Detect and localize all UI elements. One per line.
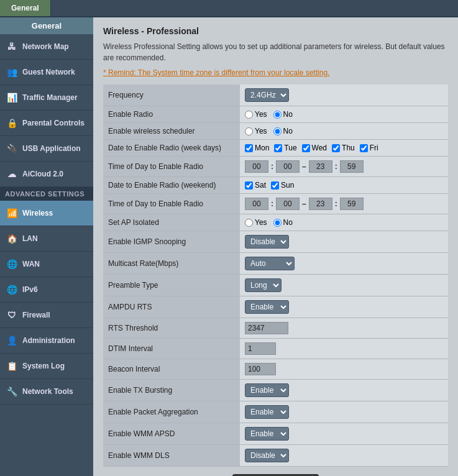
time-weekday-from-h[interactable] — [245, 160, 268, 173]
scheduler-no[interactable] — [273, 127, 282, 135]
sidebar-item-system-log[interactable]: 📋 System Log — [0, 354, 93, 379]
radio-yes-label[interactable]: Yes — [245, 110, 267, 119]
preamble-type-select[interactable]: Long Short — [245, 278, 282, 292]
setting-value: Yes No — [240, 214, 448, 231]
setting-label: RTS Threshold — [103, 318, 240, 339]
sidebar-item-network-map[interactable]: 🖧 Network Map — [0, 34, 93, 60]
sidebar-item-ipv6[interactable]: 🌐 IPv6 — [0, 277, 93, 303]
setting-label: Multicast Rate(Mbps) — [103, 253, 240, 275]
table-row: Date to Enable Radio (week days) Mon Tue… — [103, 140, 448, 157]
table-row: AMPDU RTS Enable Disable — [103, 296, 448, 318]
packet-aggregation-select[interactable]: Enable Disable — [245, 405, 289, 419]
sidebar-item-firewall[interactable]: 🛡 Firewall — [0, 303, 93, 328]
sidebar-item-aicloud[interactable]: ☁ AiCloud 2.0 — [0, 162, 93, 187]
time-weekend-to-m[interactable] — [340, 198, 364, 210]
igmp-snooping-select[interactable]: Disable Enable — [245, 235, 289, 249]
table-row: Enable IGMP Snooping Disable Enable — [103, 231, 448, 253]
weekday-checkbox-group: Mon Tue Wed Thu Fri — [245, 144, 443, 152]
table-row: Enable Radio Yes No — [103, 106, 448, 123]
ampdu-rts-select[interactable]: Enable Disable — [245, 300, 289, 314]
ipv6-icon: 🌐 — [5, 283, 19, 296]
page-description: Wireless Professional Setting allows you… — [103, 41, 448, 63]
main-layout: General 🖧 Network Map 👥 Guest Network 📊 … — [0, 17, 458, 476]
checkbox-sun-label[interactable]: Sun — [271, 181, 294, 190]
sidebar-item-wan[interactable]: 🌐 WAN — [0, 252, 93, 277]
checkbox-sun[interactable] — [271, 181, 279, 190]
dtim-interval-input[interactable] — [245, 342, 276, 355]
sidebar-item-traffic-manager[interactable]: 📊 Traffic Manager — [0, 85, 93, 111]
checkbox-fri-label[interactable]: Fri — [360, 144, 378, 152]
sidebar-item-label: USB Application — [22, 144, 81, 153]
ap-isolated-group: Yes No — [245, 218, 443, 227]
settings-table: Frequency 2.4GHz 5GHz Enable Radio — [103, 85, 448, 467]
beacon-interval-input[interactable] — [245, 363, 276, 375]
frequency-select[interactable]: 2.4GHz 5GHz — [245, 88, 289, 102]
wireless-icon: 📶 — [5, 206, 19, 220]
checkbox-tue[interactable] — [274, 144, 282, 152]
checkbox-fri[interactable] — [360, 144, 368, 152]
wmm-apsd-select[interactable]: Enable Disable — [245, 427, 289, 441]
time-weekday-from-m[interactable] — [276, 160, 300, 173]
tab-general[interactable]: General — [0, 0, 51, 16]
table-row: Date to Enable Radio (weekend) Sat Sun — [103, 177, 448, 194]
checkbox-sat-label[interactable]: Sat — [245, 181, 266, 190]
setting-label: Enable IGMP Snooping — [103, 231, 240, 253]
enable-radio-group: Yes No — [245, 110, 443, 119]
sidebar-item-administration[interactable]: 👤 Administration — [0, 328, 93, 354]
sidebar-item-label: WAN — [22, 260, 40, 268]
time-dash-2: – — [302, 199, 306, 208]
scheduler-yes-label[interactable]: Yes — [245, 127, 267, 135]
table-row: Beacon Interval — [103, 359, 448, 380]
setting-value: Sat Sun — [240, 177, 448, 194]
time-weekday-to-m[interactable] — [340, 160, 364, 173]
checkbox-mon[interactable] — [245, 144, 253, 152]
scheduler-yes[interactable] — [245, 127, 253, 135]
setting-label: Beacon Interval — [103, 359, 240, 380]
ap-no-label[interactable]: No — [273, 218, 293, 227]
setting-label: Set AP Isolated — [103, 214, 240, 231]
radio-yes[interactable] — [245, 111, 253, 119]
sidebar-item-parental-controls[interactable]: 🔒 Parental Controls — [0, 111, 93, 136]
tx-bursting-select[interactable]: Enable Disable — [245, 383, 289, 397]
sidebar-item-label: Guest Network — [22, 68, 75, 76]
checkbox-mon-label[interactable]: Mon — [245, 144, 269, 152]
time-weekend-from-m[interactable] — [276, 198, 300, 210]
sidebar-item-lan[interactable]: 🏠 LAN — [0, 226, 93, 252]
sidebar-item-label: System Log — [22, 362, 65, 370]
sidebar-item-usb-application[interactable]: 🔌 USB Application — [0, 136, 93, 162]
checkbox-thu[interactable] — [332, 144, 340, 152]
setting-value: Disable Enable — [240, 445, 448, 467]
time-weekend-from-h[interactable] — [245, 198, 268, 210]
setting-label: Date to Enable Radio (weekend) — [103, 177, 240, 194]
checkbox-wed[interactable] — [302, 144, 310, 152]
system-log-icon: 📋 — [5, 359, 19, 373]
ap-yes-label[interactable]: Yes — [245, 218, 267, 227]
setting-label: Frequency — [103, 85, 240, 106]
time-weekend-to-h[interactable] — [309, 198, 332, 210]
network-map-icon: 🖧 — [5, 40, 19, 53]
setting-value: Mon Tue Wed Thu Fri — [240, 140, 448, 157]
table-row: Frequency 2.4GHz 5GHz — [103, 85, 448, 106]
table-row: Multicast Rate(Mbps) Auto 125.5 6911 — [103, 253, 448, 275]
sidebar-item-guest-network[interactable]: 👥 Guest Network — [0, 60, 93, 85]
checkbox-thu-label[interactable]: Thu — [332, 144, 355, 152]
checkbox-tue-label[interactable]: Tue — [274, 144, 296, 152]
ap-no[interactable] — [273, 219, 282, 227]
setting-label: Enable WMM APSD — [103, 423, 240, 445]
multicast-rate-select[interactable]: Auto 125.5 6911 — [245, 257, 295, 270]
radio-no-label[interactable]: No — [273, 110, 293, 119]
setting-value: Long Short — [240, 275, 448, 296]
sidebar-item-wireless[interactable]: 📶 Wireless — [0, 201, 93, 226]
radio-no[interactable] — [273, 111, 282, 119]
ap-yes[interactable] — [245, 219, 253, 227]
rts-threshold-input[interactable] — [245, 322, 288, 334]
sidebar-item-network-tools[interactable]: 🔧 Network Tools — [0, 379, 93, 405]
checkbox-sat[interactable] — [245, 181, 253, 190]
wmm-dls-select[interactable]: Disable Enable — [245, 449, 289, 462]
setting-label: Enable Packet Aggregation — [103, 401, 240, 423]
time-weekday-to-h[interactable] — [309, 160, 332, 173]
sidebar-item-label: AiCloud 2.0 — [22, 170, 63, 178]
scheduler-no-label[interactable]: No — [273, 127, 293, 135]
checkbox-wed-label[interactable]: Wed — [302, 144, 327, 152]
setting-value — [240, 359, 448, 380]
